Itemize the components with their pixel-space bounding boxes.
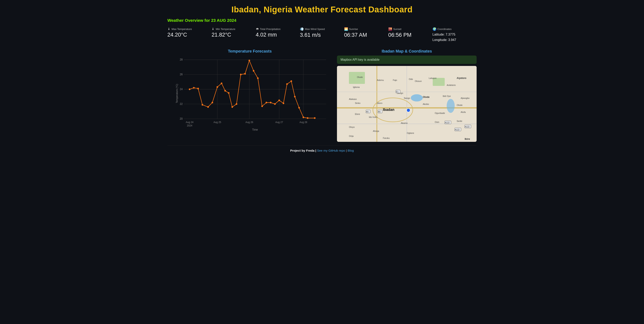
svg-point-30: [228, 92, 230, 94]
svg-text:Ido Iroko: Ido Iroko: [369, 116, 378, 118]
svg-point-22: [193, 87, 195, 89]
svg-text:Olosun: Olosun: [415, 80, 422, 82]
svg-text:A122: A122: [465, 126, 470, 128]
svg-text:Faruku: Faruku: [383, 137, 390, 139]
svg-text:Aug 25: Aug 25: [214, 121, 221, 124]
svg-text:Akamo: Akamo: [401, 122, 408, 124]
svg-point-25: [207, 106, 209, 108]
svg-text:20: 20: [180, 117, 183, 120]
svg-text:22: 22: [180, 102, 183, 105]
longitude-label: Longitude:: [432, 38, 448, 42]
chart-svg: 2022242628Aug 242024Aug 25Aug 26Aug 27Au…: [176, 56, 330, 131]
footer-prefix: Project by Freda |: [290, 149, 317, 152]
svg-point-59: [447, 99, 455, 113]
stat-min-temp-value: 21.82°C: [212, 32, 252, 38]
svg-text:Aiyetoro: Aiyetoro: [457, 77, 466, 80]
svg-point-43: [283, 102, 284, 104]
svg-point-58: [411, 94, 423, 101]
svg-text:Olode: Olode: [457, 104, 462, 106]
wind-icon: 💨: [300, 27, 304, 31]
svg-text:Afonja: Afonja: [373, 130, 379, 132]
stat-precipitation-value: 4.02 mm: [256, 32, 296, 38]
svg-text:26: 26: [180, 73, 183, 76]
svg-text:A122: A122: [455, 129, 460, 131]
svg-point-32: [236, 103, 237, 105]
stat-coordinates-value: Latitude: 7.3775 Longitude: 3.947: [432, 32, 473, 43]
svg-point-49: [307, 117, 308, 119]
svg-text:2024: 2024: [187, 124, 192, 127]
stat-min-temp-label: 🌡 Min Temperature: [212, 27, 252, 31]
longitude-value: 3.947: [448, 38, 456, 42]
chart-inner: 2022242628Aug 242024Aug 25Aug 26Aug 27Au…: [176, 56, 330, 131]
stat-max-temp: 🌡 Max Temperature 24.20°C: [168, 26, 212, 44]
svg-point-34: [244, 73, 246, 75]
latitude-line: Latitude: 7.3775: [432, 32, 473, 37]
svg-text:Ikire: Ikire: [465, 137, 470, 140]
latitude-label: Latitude:: [432, 33, 445, 36]
stat-sunset-value: 06:56 PM: [388, 32, 429, 38]
svg-point-27: [216, 86, 218, 88]
main-content: Temperature Forecasts Temperature (°C) 2…: [168, 49, 476, 142]
svg-text:Alufa: Alufa: [461, 111, 466, 113]
svg-text:Igbona: Igbona: [353, 86, 360, 88]
svg-text:Aug 28: Aug 28: [300, 121, 307, 124]
stat-min-temp: 🌡 Min Temperature 21.82°C: [212, 26, 256, 44]
globe-icon: 🌍: [432, 27, 436, 31]
chart-container: Temperature (°C) 2022242628Aug 242024Aug…: [168, 56, 332, 131]
svg-point-35: [248, 60, 250, 61]
svg-text:A5: A5: [378, 111, 381, 113]
latitude-value: 7.3775: [446, 33, 455, 36]
svg-text:Anilelerin: Anilelerin: [447, 84, 456, 86]
svg-point-37: [257, 78, 258, 79]
svg-point-42: [278, 99, 280, 101]
svg-text:E1: E1: [396, 91, 398, 93]
svg-point-24: [202, 104, 203, 106]
svg-text:Ode: Ode: [409, 78, 413, 80]
svg-text:A5: A5: [366, 111, 369, 113]
svg-point-29: [224, 90, 226, 91]
svg-point-33: [240, 74, 242, 75]
svg-point-23: [197, 88, 199, 89]
svg-point-107: [406, 108, 410, 112]
svg-text:Orija: Orija: [349, 135, 354, 137]
weather-overview-label: Weather Overview for 23 AUG 2024: [168, 18, 476, 23]
blog-link[interactable]: Blog: [348, 149, 354, 152]
longitude-line: Longitude: 3.947: [432, 37, 473, 43]
stat-coordinates-label: 🌍 Coordinates: [432, 27, 473, 31]
svg-text:Ogunbade: Ogunbade: [435, 112, 445, 114]
svg-point-45: [290, 80, 292, 82]
stat-sunrise-value: 06:37 AM: [344, 32, 385, 38]
svg-point-28: [221, 82, 222, 84]
svg-text:Ibiti Oye: Ibiti Oye: [443, 95, 451, 97]
stat-precipitation-label: 🌧 Total Precipitation: [256, 27, 296, 31]
svg-point-21: [189, 88, 190, 90]
svg-point-46: [294, 96, 296, 97]
svg-text:Osin: Osin: [435, 121, 439, 123]
stat-sunrise-label: 🌅 Sunrise: [344, 27, 385, 31]
svg-text:Olude: Olude: [357, 76, 363, 78]
sunrise-icon: 🌅: [344, 27, 348, 31]
svg-point-44: [286, 83, 288, 85]
svg-text:Alakaso: Alakaso: [349, 98, 357, 100]
svg-text:Oloyo: Oloyo: [349, 126, 355, 128]
svg-text:Sango: Sango: [404, 97, 410, 99]
svg-text:Ademu: Ademu: [377, 79, 384, 81]
svg-point-31: [232, 106, 233, 108]
github-link[interactable]: See my GitHub repo: [317, 149, 345, 152]
chart-title: Temperature Forecasts: [168, 49, 332, 54]
svg-text:Ogbere: Ogbere: [407, 132, 414, 134]
svg-text:Fajo: Fajo: [393, 79, 397, 81]
svg-text:Ibadan: Ibadan: [383, 108, 394, 112]
footer: Project by Freda | See my GitHub repo | …: [168, 145, 476, 154]
svg-point-26: [212, 102, 213, 103]
svg-text:Sinko: Sinko: [355, 102, 360, 104]
svg-text:Akobo: Akobo: [423, 103, 429, 105]
stat-max-temp-value: 24.20°C: [168, 32, 208, 38]
svg-text:Lalupon: Lalupon: [429, 77, 436, 79]
stat-wind-speed: 💨 Max Wind Speed 3.61 m/s: [300, 26, 344, 44]
stat-coordinates: 🌍 Coordinates Latitude: 7.3775 Longitude…: [432, 26, 476, 44]
sunset-icon: 🌇: [388, 27, 392, 31]
map-section: Ibadan Map & Coordinates Mapbox API key …: [337, 49, 476, 142]
thermometer-min-icon: 🌡: [212, 27, 215, 31]
svg-text:Aug 24: Aug 24: [186, 121, 194, 124]
